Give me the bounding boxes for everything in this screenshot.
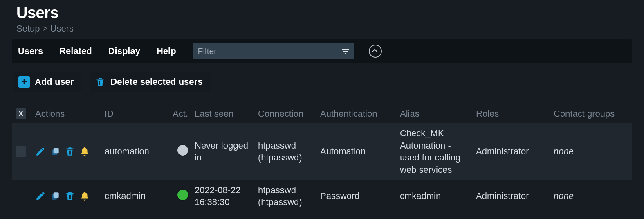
cell-id: cmkadmin	[101, 180, 168, 212]
table-row: automation Never logged in htpasswd (htp…	[12, 123, 632, 180]
cell-alias: Check_MK Automation - used for calling w…	[397, 123, 473, 180]
select-all-checkbox[interactable]: X	[16, 108, 26, 119]
delete-selected-label: Delete selected users	[110, 77, 202, 87]
filter-icon	[342, 49, 349, 54]
delete-icon[interactable]	[65, 191, 75, 201]
trash-icon	[95, 76, 105, 88]
col-header-authentication[interactable]: Authentication	[317, 104, 397, 123]
cell-alias: cmkadmin	[397, 180, 473, 212]
cell-roles: Administrator	[473, 180, 550, 212]
col-header-act[interactable]: Act.	[168, 104, 191, 123]
col-header-actions[interactable]: Actions	[32, 104, 101, 123]
col-header-roles[interactable]: Roles	[473, 104, 550, 123]
delete-icon[interactable]	[65, 146, 75, 157]
cell-connection: htpasswd (htpasswd)	[255, 180, 317, 212]
notify-icon[interactable]	[79, 146, 90, 157]
svg-rect-3	[54, 193, 59, 198]
page-title: Users	[16, 4, 628, 22]
col-header-connection[interactable]: Connection	[255, 104, 317, 123]
menu-display[interactable]: Display	[108, 46, 140, 56]
cell-authentication: Automation	[317, 123, 397, 180]
add-user-label: Add user	[35, 77, 74, 87]
col-header-alias[interactable]: Alias	[397, 104, 473, 123]
chevron-up-icon	[372, 49, 377, 54]
notify-icon[interactable]	[79, 191, 90, 201]
cell-last-seen: 2022-08-22 16:38:30	[191, 180, 255, 212]
status-dot	[177, 145, 188, 156]
cell-contact-groups: none	[554, 146, 574, 156]
cell-connection: htpasswd (htpasswd)	[255, 123, 317, 180]
cell-id: automation	[101, 123, 168, 180]
add-user-button[interactable]: Add user	[13, 72, 82, 92]
filter-input[interactable]	[198, 46, 342, 56]
col-header-id[interactable]: ID	[101, 104, 168, 123]
cell-last-seen: Never logged in	[191, 123, 255, 180]
collapse-button[interactable]	[369, 45, 382, 58]
menu-bar: Users Related Display Help	[12, 39, 632, 63]
plus-icon	[18, 76, 30, 88]
delete-selected-button[interactable]: Delete selected users	[90, 72, 211, 92]
clone-icon[interactable]	[50, 191, 61, 201]
clone-icon[interactable]	[50, 146, 61, 157]
status-dot	[177, 190, 188, 200]
svg-rect-1	[54, 148, 59, 154]
users-table: X Actions ID Act. Last seen Connection A…	[12, 104, 632, 212]
edit-icon[interactable]	[35, 191, 46, 201]
col-header-last-seen[interactable]: Last seen	[191, 104, 255, 123]
cell-contact-groups: none	[554, 191, 574, 201]
breadcrumb: Setup > Users	[16, 23, 628, 34]
cell-authentication: Password	[317, 180, 397, 212]
table-row: cmkadmin 2022-08-22 16:38:30 htpasswd (h…	[12, 180, 632, 212]
cell-roles: Administrator	[473, 123, 550, 180]
filter-box[interactable]	[193, 43, 354, 59]
col-header-contact-groups[interactable]: Contact groups	[550, 104, 632, 123]
menu-related[interactable]: Related	[59, 46, 92, 56]
row-checkbox[interactable]	[16, 146, 26, 157]
menu-users[interactable]: Users	[18, 46, 43, 56]
menu-help[interactable]: Help	[157, 46, 176, 56]
edit-icon[interactable]	[35, 146, 46, 157]
